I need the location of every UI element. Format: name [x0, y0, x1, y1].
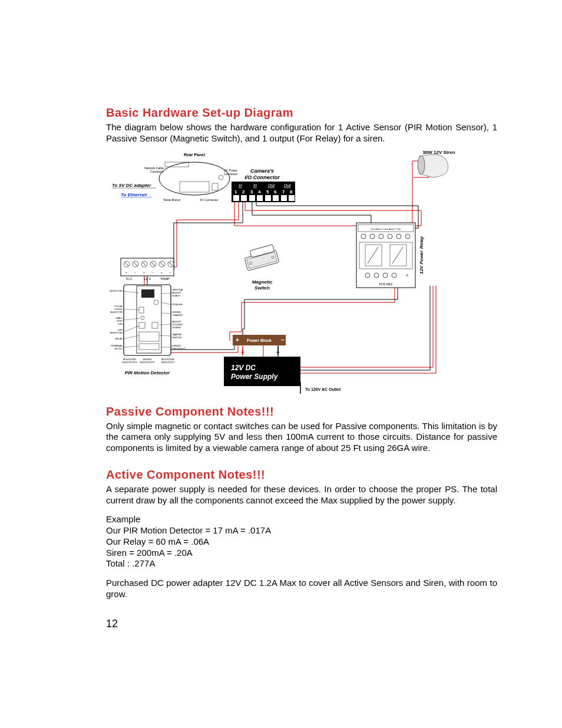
svg-text:5: 5: [266, 189, 269, 195]
svg-point-4: [219, 175, 223, 180]
svg-rect-35: [281, 195, 287, 201]
io-connector-block: Camera's I/O Connector In In Out Out 1 2…: [232, 168, 295, 202]
svg-text:+: +: [143, 271, 145, 274]
svg-point-53: [365, 273, 370, 278]
svg-point-38: [418, 156, 425, 174]
svg-text:SELECTOR: SELECTOR: [110, 331, 123, 334]
svg-text:−: −: [134, 271, 136, 274]
example-line-1: Our PIR Motion Detector = 17 mA = .017A: [106, 525, 497, 536]
svg-text:POS NEG: POS NEG: [379, 282, 393, 286]
svg-text:12V DC: 12V DC: [231, 364, 256, 372]
svg-rect-29: [233, 195, 239, 201]
svg-text:6: 6: [406, 274, 408, 277]
svg-point-56: [392, 273, 396, 278]
svg-point-92: [154, 300, 158, 305]
svg-text:KNOCKOUTS: KNOCKOUTS: [122, 361, 137, 364]
svg-text:In: In: [239, 183, 242, 187]
intro-text: The diagram below shows the hardware con…: [106, 122, 497, 144]
siren-device: 30W 12V Siren: [418, 150, 455, 177]
svg-text:Magnetic: Magnetic: [252, 279, 273, 285]
power-relay-device: Com Aux1 1 1rtn Aux2 2 2rtn: [356, 223, 424, 288]
svg-text:8: 8: [290, 189, 293, 195]
svg-point-42: [361, 234, 366, 239]
pir-terminal-block: +− +− +− N.C. 12 V TAMP: [121, 258, 174, 281]
svg-text:+: +: [125, 271, 127, 274]
svg-text:Out: Out: [268, 183, 275, 187]
svg-text:KNOCKOUTS: KNOCKOUTS: [140, 361, 155, 364]
svg-text:+: +: [236, 337, 239, 343]
svg-rect-34: [273, 195, 279, 201]
svg-rect-3: [212, 183, 218, 190]
passive-text: Only simple magnetic or contact switches…: [106, 421, 497, 454]
svg-point-55: [383, 273, 388, 278]
svg-text:1: 1: [234, 189, 237, 195]
svg-rect-91: [141, 289, 154, 298]
svg-text:Reset Button: Reset Button: [164, 198, 181, 202]
svg-text:Com  Aux1  1  1rtn  Aux2  2  2: Com Aux1 1 1rtn Aux2 2 2rtn: [371, 228, 401, 230]
power-supply: 12V DC Power Supply To 120V AC Outlet: [224, 357, 341, 394]
svg-text:4: 4: [258, 189, 261, 195]
svg-text:+: +: [161, 271, 163, 274]
svg-text:12 V: 12 V: [144, 277, 151, 281]
example-line-4: Total : .277A: [106, 558, 497, 569]
svg-rect-31: [249, 195, 255, 201]
svg-text:−: −: [170, 271, 171, 274]
svg-text:30W 12V Siren: 30W 12V Siren: [422, 150, 455, 155]
svg-rect-2: [180, 182, 209, 192]
svg-rect-50: [390, 245, 406, 266]
camera-device: Rear Panel Network Cable Connector DC Po…: [144, 153, 237, 202]
svg-rect-97: [139, 332, 159, 341]
svg-point-44: [379, 234, 384, 239]
hardware-diagram: Rear Panel Network Cable Connector DC Po…: [106, 149, 483, 399]
svg-text:6: 6: [274, 189, 277, 195]
svg-text:DETECTOR: DETECTOR: [110, 289, 123, 292]
svg-text:I/O Connector: I/O Connector: [200, 198, 218, 202]
svg-text:12V Power Relay: 12V Power Relay: [419, 236, 424, 274]
heading-basic-hardware: Basic Hardware Set-up Diagram: [106, 106, 497, 120]
svg-rect-96: [152, 322, 158, 328]
pir-detector-device: DETECTOR PULSE COUNT SELECTOR WALK TEST …: [110, 285, 186, 375]
svg-text:Out: Out: [284, 183, 291, 187]
svg-text:3: 3: [250, 189, 253, 195]
active-text-1: A separate power supply is needed for th…: [106, 484, 497, 506]
example-line-3: Siren = 200mA = .20A: [106, 548, 497, 559]
svg-rect-95: [139, 322, 145, 328]
svg-text:To 120V AC Outlet: To 120V AC Outlet: [305, 387, 341, 391]
svg-text:Connector: Connector: [224, 172, 237, 176]
svg-text:+: +: [241, 349, 244, 355]
svg-text:SCALE: SCALE: [172, 294, 180, 297]
svg-point-43: [370, 234, 375, 239]
svg-text:TAMP: TAMP: [160, 277, 170, 281]
svg-text:SCREW: SCREW: [172, 326, 181, 329]
example-label: Example: [106, 514, 497, 525]
svg-rect-49: [365, 245, 382, 266]
svg-text:N.C.: N.C.: [126, 277, 133, 281]
svg-text:KNOCKOUT: KNOCKOUT: [172, 347, 186, 350]
power-block: + − Power Block + −: [233, 335, 286, 355]
svg-text:KNOCKOUT: KNOCKOUT: [161, 361, 175, 364]
svg-text:SWITCH: SWITCH: [172, 336, 181, 339]
svg-text:LED: LED: [118, 322, 123, 325]
svg-text:7: 7: [282, 189, 285, 195]
svg-text:Connector: Connector: [150, 170, 164, 173]
svg-text:Power Block: Power Block: [247, 338, 272, 342]
svg-text:PCB/LEM: PCB/LEM: [172, 303, 183, 306]
svg-rect-67: [121, 258, 174, 276]
svg-rect-98: [139, 344, 159, 350]
svg-rect-93: [139, 307, 144, 313]
svg-text:In: In: [253, 183, 257, 187]
svg-text:CHANNEL: CHANNEL: [172, 314, 184, 317]
page-number: 12: [106, 618, 497, 630]
label-to-ethernet: To Ethernet: [121, 192, 147, 197]
svg-text:RELAY: RELAY: [115, 337, 123, 340]
svg-point-46: [396, 234, 401, 239]
svg-text:Power Supply: Power Supply: [231, 373, 279, 381]
svg-text:−: −: [152, 271, 154, 274]
heading-active-notes: Active Component Notes!!!: [106, 468, 497, 482]
svg-text:2: 2: [242, 189, 245, 195]
label-5v-adapter: To 5V DC adapter: [112, 183, 151, 188]
active-text-2: Purchased DC power adapter 12V DC 1.2A M…: [106, 578, 497, 600]
example-line-2: Our Relay = 60 mA = .06A: [106, 536, 497, 548]
svg-rect-32: [257, 195, 263, 201]
svg-text:−: −: [281, 337, 285, 343]
